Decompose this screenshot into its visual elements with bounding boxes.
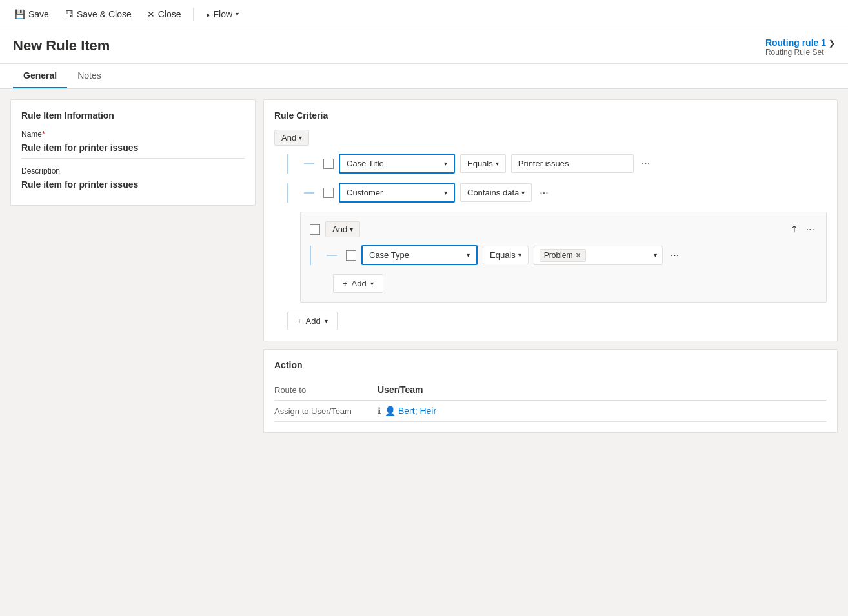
name-value: Rule item for printer issues bbox=[21, 140, 245, 159]
case-type-checkbox[interactable] bbox=[346, 250, 356, 261]
main-content: Rule Item Information Name* Rule item fo… bbox=[0, 89, 848, 591]
case-title-operator-label: Equals bbox=[467, 159, 493, 168]
inner-add-chevron-icon: ▾ bbox=[370, 280, 374, 287]
nested-and-button[interactable]: And ▾ bbox=[325, 221, 360, 237]
right-panel: Rule Criteria And ▾ Case Title ▾ Equals bbox=[263, 99, 838, 581]
case-title-more-options[interactable]: ··· bbox=[639, 158, 652, 170]
inner-add-button[interactable]: + Add ▾ bbox=[333, 274, 383, 293]
name-label: Name* bbox=[21, 130, 245, 139]
case-type-operator-chevron-icon: ▾ bbox=[518, 252, 521, 259]
assign-label: Assign to User/Team bbox=[274, 406, 378, 416]
nested-group: And ▾ ↙ ··· bbox=[300, 212, 827, 303]
nested-group-right: ↙ ··· bbox=[791, 224, 817, 235]
nested-and-label: And bbox=[332, 224, 347, 234]
tab-notes[interactable]: Notes bbox=[67, 64, 112, 88]
customer-operator-chevron-icon: ▾ bbox=[521, 189, 525, 196]
customer-operator-select[interactable]: Contains data ▾ bbox=[460, 183, 532, 202]
case-type-value-dropdown[interactable]: Problem ✕ ▾ bbox=[534, 246, 663, 265]
close-button[interactable]: ✕ Close bbox=[141, 6, 188, 23]
routing-rule-link[interactable]: Routing rule 1 bbox=[765, 37, 826, 48]
nested-connector-vline bbox=[310, 246, 311, 265]
case-title-checkbox[interactable] bbox=[323, 159, 334, 169]
tab-general[interactable]: General bbox=[13, 64, 67, 88]
case-type-dropdown-chevron-icon: ▾ bbox=[654, 252, 657, 259]
close-label: Close bbox=[158, 9, 181, 19]
nested-group-header: And ▾ ↙ ··· bbox=[310, 221, 817, 237]
action-title: Action bbox=[274, 360, 827, 370]
nested-and-chevron-icon: ▾ bbox=[350, 226, 353, 233]
flow-label: Flow bbox=[214, 9, 233, 19]
save-close-label: Save & Close bbox=[77, 9, 132, 19]
customer-field-label: Customer bbox=[347, 188, 383, 197]
outer-add-plus-icon: + bbox=[297, 316, 302, 326]
case-type-tag-remove[interactable]: ✕ bbox=[575, 251, 581, 260]
action-section: Action Route to User/Team Assign to User… bbox=[263, 349, 838, 433]
case-title-operator-chevron-icon: ▾ bbox=[496, 160, 499, 167]
close-icon: ✕ bbox=[147, 9, 155, 19]
criteria-row-customer: Customer ▾ Contains data ▾ ··· bbox=[274, 183, 827, 203]
routing-rule-chevron-icon[interactable]: ❯ bbox=[829, 39, 835, 48]
flow-icon: ⬧ bbox=[205, 9, 210, 19]
flow-chevron-icon: ▾ bbox=[236, 10, 239, 17]
nested-group-left: And ▾ bbox=[310, 221, 360, 237]
page-title: New Rule Item bbox=[13, 37, 110, 54]
assign-value-link[interactable]: Bert; Heir bbox=[398, 406, 436, 416]
routing-rule-sub: Routing Rule Set bbox=[765, 48, 826, 57]
outer-add-button[interactable]: + Add ▾ bbox=[287, 312, 338, 330]
and-operator-button[interactable]: And ▾ bbox=[274, 130, 309, 146]
save-close-button[interactable]: 🖫 Save & Close bbox=[58, 6, 138, 23]
nested-group-more-options[interactable]: ··· bbox=[803, 224, 817, 235]
tabs: General Notes bbox=[0, 64, 848, 89]
connector-hline2 bbox=[304, 192, 314, 194]
desc-value: Rule item for printer issues bbox=[21, 177, 245, 195]
collapse-icon[interactable]: ↙ bbox=[788, 223, 801, 236]
criteria-row-case-type: Case Type ▾ Equals ▾ Problem ✕ bbox=[310, 245, 817, 265]
case-type-chevron-icon: ▾ bbox=[467, 252, 470, 259]
connector-vline2 bbox=[287, 183, 288, 203]
customer-checkbox[interactable] bbox=[323, 188, 334, 198]
case-type-field-label: Case Type bbox=[369, 250, 409, 260]
criteria-title: Rule Criteria bbox=[274, 110, 827, 121]
nested-group-checkbox[interactable] bbox=[310, 224, 320, 235]
inner-add-wrapper: + Add ▾ bbox=[333, 274, 817, 293]
connector-hline bbox=[304, 163, 314, 164]
save-close-icon: 🖫 bbox=[65, 9, 74, 19]
customer-chevron-icon: ▾ bbox=[444, 189, 447, 196]
case-title-operator-select[interactable]: Equals ▾ bbox=[460, 154, 506, 173]
inner-add-label: Add bbox=[352, 279, 367, 288]
connector-vline bbox=[287, 154, 288, 174]
case-title-value-input[interactable] bbox=[511, 154, 634, 173]
customer-field-select[interactable]: Customer ▾ bbox=[339, 183, 455, 203]
case-type-operator-select[interactable]: Equals ▾ bbox=[483, 246, 529, 264]
outer-add-chevron-icon: ▾ bbox=[325, 317, 328, 324]
user-icon: 👤 bbox=[385, 406, 396, 416]
case-type-field-select[interactable]: Case Type ▾ bbox=[361, 245, 478, 265]
case-type-more-options[interactable]: ··· bbox=[668, 250, 681, 261]
customer-operator-label: Contains data bbox=[467, 188, 519, 197]
toolbar: 💾 Save 🖫 Save & Close ✕ Close ⬧ Flow ▾ bbox=[0, 0, 848, 28]
save-icon: 💾 bbox=[14, 9, 25, 19]
required-star: * bbox=[42, 130, 45, 139]
route-to-row: Route to User/Team bbox=[274, 379, 827, 401]
route-to-label: Route to bbox=[274, 385, 378, 395]
inner-add-plus-icon: + bbox=[343, 279, 348, 288]
nested-group-wrapper: And ▾ ↙ ··· bbox=[287, 212, 827, 303]
route-to-value: User/Team bbox=[378, 384, 423, 395]
customer-more-options[interactable]: ··· bbox=[537, 187, 550, 199]
nested-connector-hline bbox=[327, 255, 337, 256]
page-header: New Rule Item Routing rule 1 Routing Rul… bbox=[0, 28, 848, 64]
panel-title: Rule Item Information bbox=[21, 110, 245, 121]
case-title-field-select[interactable]: Case Title ▾ bbox=[339, 154, 455, 174]
case-type-operator-label: Equals bbox=[490, 250, 516, 260]
flow-button[interactable]: ⬧ Flow ▾ bbox=[199, 6, 246, 23]
info-icon: ℹ bbox=[378, 406, 381, 416]
and-label: And bbox=[281, 133, 296, 143]
outer-add-wrapper: + Add ▾ bbox=[287, 312, 827, 330]
save-button[interactable]: 💾 Save bbox=[8, 6, 56, 23]
left-panel: Rule Item Information Name* Rule item fo… bbox=[10, 99, 256, 206]
criteria-row-case-title: Case Title ▾ Equals ▾ ··· bbox=[274, 154, 827, 174]
separator bbox=[193, 8, 194, 21]
save-label: Save bbox=[28, 9, 49, 19]
assign-row: Assign to User/Team ℹ 👤 Bert; Heir bbox=[274, 401, 827, 422]
case-title-field-label: Case Title bbox=[347, 159, 384, 168]
